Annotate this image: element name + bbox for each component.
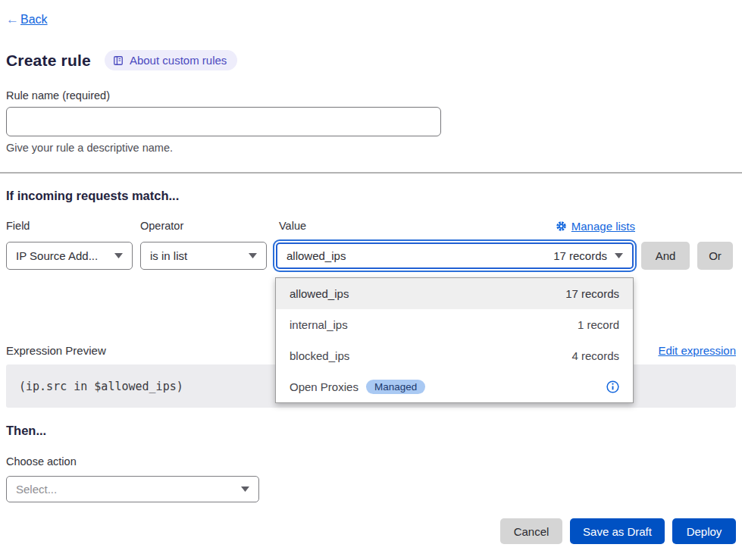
rule-name-label: Rule name (required) (6, 89, 110, 102)
title-row: Create rule About custom rules (6, 50, 237, 70)
list-item-name: blocked_ips (290, 349, 349, 362)
list-item-allowed-ips[interactable]: allowed_ips 17 records (276, 278, 633, 309)
managed-badge: Managed (366, 380, 425, 394)
list-item-name: Open Proxies (290, 380, 358, 393)
field-select[interactable]: IP Source Add... (6, 242, 133, 270)
edit-expression-label: Edit expression (658, 344, 736, 357)
field-label: Field (6, 220, 30, 232)
create-rule-page: ←Back Create rule About custom rules Rul… (0, 0, 742, 560)
list-item-internal-ips[interactable]: internal_ips 1 record (276, 309, 633, 340)
chevron-down-icon (249, 253, 257, 258)
action-select[interactable]: Select... (6, 476, 259, 502)
list-item-open-proxies[interactable]: Open Proxies Managed (276, 371, 633, 402)
operator-select-value: is in list (150, 249, 187, 262)
info-icon[interactable] (606, 380, 619, 393)
then-heading: Then... (6, 424, 46, 438)
value-select[interactable]: allowed_ips 17 records (276, 242, 634, 269)
list-item-name: internal_ips (290, 318, 348, 331)
rule-name-input[interactable] (6, 107, 441, 136)
section-divider (0, 172, 742, 174)
chevron-down-icon (615, 253, 623, 258)
and-button[interactable]: And (641, 242, 690, 270)
rule-name-helper: Give your rule a descriptive name. (6, 142, 173, 154)
match-heading: If incoming requests match... (6, 189, 179, 203)
operator-label: Operator (140, 220, 183, 232)
value-select-records: 17 records (553, 249, 607, 262)
list-item-records: 1 record (578, 318, 619, 331)
chevron-down-icon (241, 486, 249, 492)
manage-lists-link[interactable]: Manage lists (556, 220, 635, 233)
list-item-records: 17 records (565, 287, 619, 300)
edit-expression-link[interactable]: Edit expression (658, 344, 736, 357)
field-select-value: IP Source Add... (16, 249, 98, 262)
chevron-down-icon (114, 253, 123, 258)
list-item-blocked-ips[interactable]: blocked_ips 4 records (276, 340, 633, 371)
save-as-draft-button[interactable]: Save as Draft (570, 518, 665, 544)
manage-lists-label: Manage lists (571, 220, 635, 233)
value-label: Value (279, 220, 306, 232)
back-link[interactable]: ←Back (6, 12, 48, 27)
deploy-button[interactable]: Deploy (672, 518, 736, 544)
expression-preview-label: Expression Preview (6, 344, 106, 357)
list-item-records: 4 records (571, 349, 619, 362)
choose-action-label: Choose action (6, 455, 77, 468)
expression-code: (ip.src in $allowed_ips) (19, 380, 183, 393)
book-icon (113, 55, 124, 66)
operator-select[interactable]: is in list (140, 242, 267, 270)
list-item-name: allowed_ips (290, 287, 349, 300)
page-title: Create rule (6, 52, 91, 70)
about-custom-rules-link[interactable]: About custom rules (105, 50, 237, 70)
back-label: Back (20, 13, 48, 27)
about-custom-rules-label: About custom rules (130, 54, 227, 67)
left-arrow-icon: ← (6, 12, 19, 27)
cancel-button[interactable]: Cancel (500, 518, 562, 544)
gear-icon (556, 221, 567, 232)
or-button[interactable]: Or (697, 242, 733, 270)
action-select-placeholder: Select... (16, 483, 57, 496)
value-select-value: allowed_ips (286, 249, 346, 262)
value-dropdown: allowed_ips 17 records internal_ips 1 re… (275, 277, 634, 403)
